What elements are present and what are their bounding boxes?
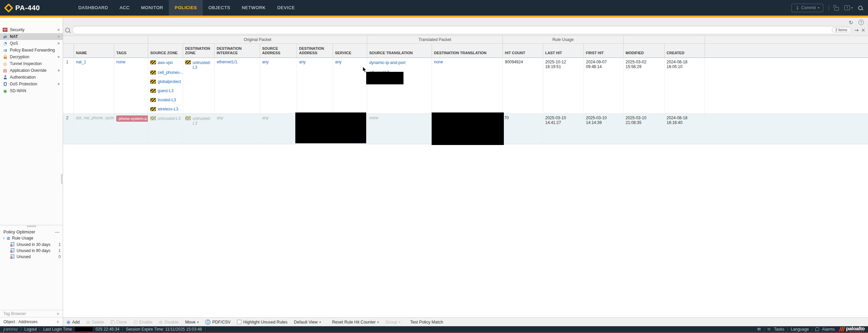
nav-tab-monitor[interactable]: MONITOR bbox=[135, 0, 169, 16]
source-translation-link[interactable]: dynamic-ip-and-port bbox=[369, 60, 406, 65]
global-search-icon[interactable] bbox=[858, 6, 863, 10]
clear-filter-icon[interactable]: × bbox=[861, 27, 865, 33]
sidebar-item-decryption[interactable]: Decryption bbox=[0, 54, 63, 60]
help-icon[interactable]: ? bbox=[859, 20, 864, 25]
source-translation-value[interactable]: none bbox=[369, 116, 378, 120]
destination-interface-link[interactable]: any bbox=[217, 116, 223, 120]
col-modified[interactable]: MODIFIED bbox=[624, 44, 665, 58]
test-policy-match-button[interactable]: Test Policy Match bbox=[410, 320, 443, 325]
col-destination-interface[interactable]: DESTINATION INTERFACE bbox=[215, 44, 260, 58]
object-addresses-row[interactable]: Object : Addresses + bbox=[0, 317, 63, 326]
unused-30-days-item[interactable]: Unused in 30 days 1 bbox=[0, 242, 63, 248]
filter-input[interactable]: 2 items bbox=[72, 26, 852, 34]
col-source-zone[interactable]: SOURCE ZONE bbox=[148, 44, 183, 58]
tags-value[interactable]: none bbox=[116, 60, 125, 64]
destination-address-link[interactable]: any bbox=[299, 60, 305, 64]
refresh-icon[interactable]: ↻ bbox=[848, 20, 854, 25]
zone-link[interactable]: untrusted-L3 bbox=[193, 60, 212, 70]
destination-translation-link[interactable]: none bbox=[434, 60, 443, 64]
highlight-unused-rules-toggle[interactable]: Highlight Unused Rules bbox=[237, 320, 288, 325]
nav-tab-network[interactable]: NETWORK bbox=[236, 0, 272, 16]
service-link[interactable]: any bbox=[335, 60, 341, 64]
pdf-csv-button[interactable]: PDF/CSV bbox=[205, 319, 231, 325]
source-address-link[interactable]: any bbox=[262, 60, 269, 64]
nav-tab-objects[interactable]: OBJECTS bbox=[203, 0, 236, 16]
commit-button[interactable]: ↧ Commit ▾ bbox=[791, 4, 823, 12]
source-address-link[interactable]: any bbox=[262, 116, 269, 120]
tag-badge[interactable]: phone-system-a.. bbox=[116, 116, 148, 122]
group-menu[interactable]: Group ▾ bbox=[385, 320, 400, 325]
alarms-link[interactable]: Alarms bbox=[822, 327, 835, 332]
col-hit-count[interactable]: HIT COUNT bbox=[503, 44, 543, 58]
checkbox-icon[interactable] bbox=[237, 320, 241, 324]
sidebar-item-application-override[interactable]: Application Override bbox=[0, 67, 63, 74]
rule-name-link[interactable]: dst_nat_phone_system bbox=[76, 116, 114, 120]
sidebar-item-policy-based-forwarding[interactable]: Policy Based Forwarding bbox=[0, 47, 63, 54]
rule-usage-node[interactable]: ∨ Rule Usage bbox=[0, 235, 63, 242]
col-source-address[interactable]: SOURCE ADDRESS bbox=[260, 44, 297, 58]
disable-button[interactable]: ⊘ Disable bbox=[159, 320, 178, 325]
enable-button[interactable]: ✓ Enable bbox=[134, 320, 153, 325]
col-destination-zone[interactable]: DESTINATION ZONE bbox=[183, 44, 215, 58]
zone-link[interactable]: untrusted-L3 bbox=[193, 116, 212, 126]
sidebar-item-qos[interactable]: QoS bbox=[0, 40, 63, 47]
zone-link[interactable]: trusted-L3 bbox=[158, 98, 176, 102]
col-created[interactable]: CREATED bbox=[665, 44, 705, 58]
zone-link[interactable]: cell_phones-... bbox=[158, 70, 183, 75]
destination-interface-link[interactable]: ethernet1/1 bbox=[217, 60, 237, 64]
col-name[interactable]: NAME bbox=[74, 44, 114, 58]
sidebar-item-nat[interactable]: NAT bbox=[0, 33, 63, 40]
col-destination-address[interactable]: DESTINATION ADDRESS bbox=[297, 44, 333, 58]
col-first-hit[interactable]: FIRST HIT bbox=[584, 44, 624, 58]
row-number[interactable]: 1 bbox=[63, 58, 74, 113]
col-source-translation[interactable]: SOURCE TRANSLATION bbox=[367, 44, 432, 58]
zone-link[interactable]: guest-L3 bbox=[158, 88, 174, 93]
sidebar-item-security[interactable]: Security bbox=[0, 26, 63, 33]
nav-tab-device[interactable]: DEVICE bbox=[272, 0, 301, 16]
rule-name-link[interactable]: nat_1 bbox=[76, 60, 86, 64]
nav-tab-dashboard[interactable]: DASHBOARD bbox=[73, 0, 114, 16]
nav-tab-policies[interactable]: POLICIES bbox=[169, 0, 202, 16]
unused-90-days-item[interactable]: Unused in 90 days 1 bbox=[0, 248, 63, 254]
default-view-menu[interactable]: Default View ▾ bbox=[294, 320, 321, 325]
sidebar-item-sd-wan[interactable]: SD-WAN bbox=[0, 87, 63, 94]
unused-90-count: 1 bbox=[58, 248, 61, 253]
search-icon bbox=[65, 28, 70, 33]
reset-rule-hit-counter-menu[interactable]: Reset Rule Hit Counter ▾ bbox=[332, 320, 379, 325]
delete-button[interactable]: ⊖ Delete bbox=[86, 320, 104, 325]
minimize-icon[interactable]: — bbox=[55, 229, 59, 234]
logout-link[interactable]: Logout bbox=[24, 327, 37, 332]
zone-link[interactable]: aws-vpn bbox=[158, 60, 173, 65]
tasks-link[interactable]: Tasks bbox=[774, 327, 784, 332]
row-number[interactable]: 2 bbox=[63, 114, 74, 144]
config-save-control[interactable]: ↑ ▾ bbox=[844, 5, 853, 10]
unlock-icon[interactable] bbox=[834, 7, 839, 11]
zone-icon bbox=[150, 80, 156, 84]
sidebar-item-label: Security bbox=[10, 27, 24, 32]
qos-icon bbox=[3, 41, 7, 46]
sidebar-item-dos-protection[interactable]: DoS Protection bbox=[0, 81, 63, 87]
col-tags[interactable]: TAGS bbox=[114, 44, 148, 58]
move-menu[interactable]: Move ▾ bbox=[185, 320, 199, 325]
sidebar-split-handle[interactable] bbox=[0, 225, 63, 228]
apply-filter-icon[interactable]: → bbox=[854, 27, 859, 33]
messages-envelope-icon[interactable]: ✉ bbox=[757, 327, 761, 332]
zone-link[interactable]: wireless-L3 bbox=[158, 107, 178, 111]
add-button[interactable]: ⊕ Add bbox=[66, 320, 80, 325]
col-last-hit[interactable]: LAST HIT bbox=[543, 44, 584, 58]
col-service[interactable]: SERVICE bbox=[333, 44, 367, 58]
clone-button[interactable]: Clone bbox=[111, 320, 127, 325]
nav-tab-acc[interactable]: ACC bbox=[114, 0, 135, 16]
zone-link[interactable]: untrusted-L3 bbox=[158, 116, 180, 121]
status-dot bbox=[58, 29, 60, 31]
sidebar-item-tunnel-inspection[interactable]: Tunnel Inspection bbox=[0, 60, 63, 67]
sidebar-collapse-handle[interactable] bbox=[61, 174, 63, 184]
col-destination-translation[interactable]: DESTINATION TRANSLATION bbox=[432, 44, 503, 58]
zone-link[interactable]: globalprotect bbox=[158, 79, 181, 84]
sidebar-item-authentication[interactable]: Authentication bbox=[0, 74, 63, 81]
unused-item[interactable]: Unused 0 bbox=[0, 254, 63, 260]
tag-browser-row[interactable]: Tag Browser + bbox=[0, 310, 63, 317]
reset-hit-counter-label: Reset Rule Hit Counter bbox=[332, 320, 376, 325]
language-link[interactable]: Language bbox=[791, 327, 809, 332]
enable-label: Enable bbox=[139, 320, 153, 325]
